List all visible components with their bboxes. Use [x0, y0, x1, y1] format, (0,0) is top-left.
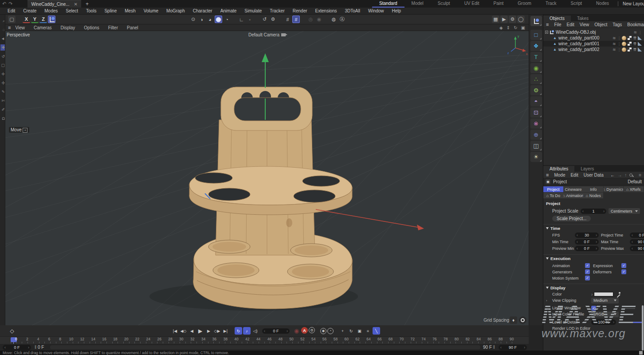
attribute-tab-dynamics[interactable]: ⌂ Dynamics [604, 186, 624, 192]
play-sound-icon[interactable]: ♪ [243, 327, 251, 335]
attributes-tab-layers[interactable]: Layers [574, 166, 600, 172]
object-row-wine-caddy-part002[interactable]: ▲wine_caddy_part002≋⋮⇈ [543, 47, 644, 52]
execution-checkbox-deformers[interactable] [621, 269, 626, 274]
environment-button[interactable]: ⊕ [530, 130, 542, 140]
menu-extensions[interactable]: Extensions [311, 8, 341, 13]
current-frame-field[interactable]: 0 F [262, 328, 290, 334]
view-clipping-dropdown[interactable]: Medium [591, 298, 619, 304]
layer-icon[interactable]: ≋ [633, 30, 637, 35]
knife-tool-icon[interactable]: ✄ [0, 98, 5, 104]
document-tab[interactable]: WineCaddy_Cine... ✕ [27, 0, 81, 8]
texture-tag-icon[interactable] [628, 47, 632, 51]
menu-tracker[interactable]: Tracker [266, 8, 289, 13]
viewport-menu-panel[interactable]: Panel [122, 25, 143, 30]
viewport-menu-view[interactable]: View [11, 25, 29, 30]
maximize-view-icon[interactable]: ▣ [521, 25, 525, 30]
workplane-mode-icon[interactable]: ▪ [246, 16, 254, 23]
time-field-max-time[interactable]: 90 F [630, 239, 644, 245]
phong-tag-icon[interactable]: ⇈ [633, 42, 636, 46]
display-wireframe-icon[interactable]: ⊙ [189, 16, 197, 23]
time-field-preview-max[interactable]: 90 F [630, 246, 644, 251]
attributes-scrollbar[interactable] [642, 305, 644, 351]
objects-menu-file[interactable]: File [551, 22, 564, 27]
history-forward-icon[interactable]: → [617, 173, 622, 178]
workspace-tab-sculpt[interactable]: Sculpt [431, 0, 457, 8]
attributes-menu-mode[interactable]: Mode [551, 173, 568, 178]
uvw-tag-icon[interactable] [638, 36, 642, 40]
expand-icon[interactable]: › [546, 299, 552, 303]
camera-button[interactable]: ◫ [530, 141, 542, 151]
lock-y-axis-button[interactable]: Y [31, 16, 39, 23]
viewport-menu-options[interactable]: Options [79, 25, 103, 30]
scale-tool-icon[interactable]: ▢ [0, 62, 5, 68]
layer-icon[interactable]: ≋ [613, 47, 616, 52]
workspace-tab-model[interactable]: Model [404, 0, 431, 8]
display-section-heading[interactable]: Display [543, 284, 644, 291]
material-tag-icon[interactable] [622, 47, 626, 52]
goto-start-button[interactable]: |◀ [171, 327, 179, 335]
menu-mesh[interactable]: Mesh [121, 8, 139, 13]
history-back-icon[interactable]: ← [610, 173, 615, 178]
attributes-menu-edit[interactable]: Edit [568, 173, 581, 178]
objects-menu-view[interactable]: View [577, 22, 592, 27]
eyedropper-icon[interactable] [616, 292, 620, 296]
key-parameter-icon[interactable]: ≡ [364, 327, 372, 335]
move-tool-icon[interactable]: ✚ [0, 44, 5, 51]
workplane-icon[interactable]: ∟ [238, 16, 245, 23]
subdivision-surface-button[interactable]: ◉ [530, 63, 542, 73]
range-start-marker[interactable]: ‖ 0 F [35, 345, 44, 350]
magnet-tool-icon[interactable]: Ω [0, 115, 5, 122]
parent-icon[interactable]: ↑ [624, 173, 627, 178]
object-row-wine-caddy-part000[interactable]: ▲wine_caddy_part000≋⋮⇈ [543, 35, 644, 41]
brush-tool-icon[interactable]: ✐ [0, 106, 5, 113]
phong-tag-icon[interactable]: ⇈ [633, 47, 636, 52]
menu-window[interactable]: Window [364, 8, 388, 13]
objects-hamburger-icon[interactable]: ≡ [546, 22, 549, 27]
visibility-dots-icon[interactable]: ⋮ [617, 47, 620, 52]
new-layout-button[interactable]: New Layout [620, 1, 644, 6]
attribute-object-row[interactable]: ◉ Project Default [543, 178, 644, 185]
scale-project-button[interactable]: Scale Project... [552, 216, 591, 221]
snap-settings-icon[interactable]: ◉ [315, 16, 323, 23]
time-field-preview-min[interactable]: 0 F [575, 246, 599, 251]
texture-tag-icon[interactable] [628, 36, 632, 40]
wine-caddy-model[interactable] [189, 87, 352, 309]
menu-simulate[interactable]: Simulate [240, 8, 266, 13]
execution-checkbox-motion-system[interactable] [585, 276, 590, 280]
keyframe-selection-icon[interactable]: ◉ [320, 328, 326, 334]
timeline-ruler[interactable]: 0246810121416182022242628303234363840424… [0, 336, 529, 344]
timeline-scrollbar[interactable] [50, 345, 480, 349]
menu-modes[interactable]: Modes [40, 8, 62, 13]
display-lines-icon[interactable]: ◑ [198, 16, 205, 23]
reset-transform-icon[interactable]: ↺ [261, 16, 268, 23]
x-axis-arrow[interactable] [316, 209, 420, 228]
range-start-field[interactable]: 0 F [3, 345, 31, 350]
uvw-tag-icon[interactable] [638, 47, 642, 51]
workspace-tab-uv-edit[interactable]: UV Edit [457, 0, 487, 8]
live-select-icon[interactable]: ◌ [0, 27, 5, 33]
visibility-dots-icon[interactable]: ⋮ [638, 30, 642, 35]
execution-checkbox-animation[interactable] [585, 263, 590, 268]
menu-mograph[interactable]: MoGraph [162, 8, 189, 13]
orbit-view-icon[interactable]: ↻ [514, 25, 517, 30]
text-spline-button[interactable]: T [530, 52, 542, 62]
head-tracking-button[interactable] [519, 316, 526, 324]
attribute-tab-to-do[interactable]: ⌂ To Do [543, 193, 563, 198]
cube-primitive-button[interactable]: ❖ [530, 41, 542, 51]
viewport-camera-label[interactable]: Default Camera [5, 32, 529, 37]
prev-frame-button[interactable]: ◀ [188, 327, 196, 335]
rotate-tool-icon[interactable]: ↺ [0, 53, 5, 59]
range-end-marker[interactable]: 90 F ‖ [483, 345, 495, 350]
uvw-tag-icon[interactable] [638, 42, 642, 46]
next-key-button[interactable]: ◇▶ [213, 327, 221, 335]
execution-section-heading[interactable]: Execution [543, 254, 644, 262]
time-field-fps[interactable]: 30 [575, 233, 599, 238]
dolly-view-icon[interactable]: ⇕ [507, 25, 510, 30]
key-position-icon[interactable]: + [339, 327, 346, 335]
interactive-render-region-icon[interactable]: ◯ [517, 16, 525, 23]
level-of-detail-field[interactable]: 100 % [591, 320, 616, 325]
select-tool-icon[interactable]: ◄ [0, 36, 5, 42]
workspace-tab-track[interactable]: Track [538, 0, 564, 8]
texture-tag-icon[interactable] [628, 42, 632, 46]
modeling-tool-icon[interactable]: ✢ [0, 80, 5, 86]
